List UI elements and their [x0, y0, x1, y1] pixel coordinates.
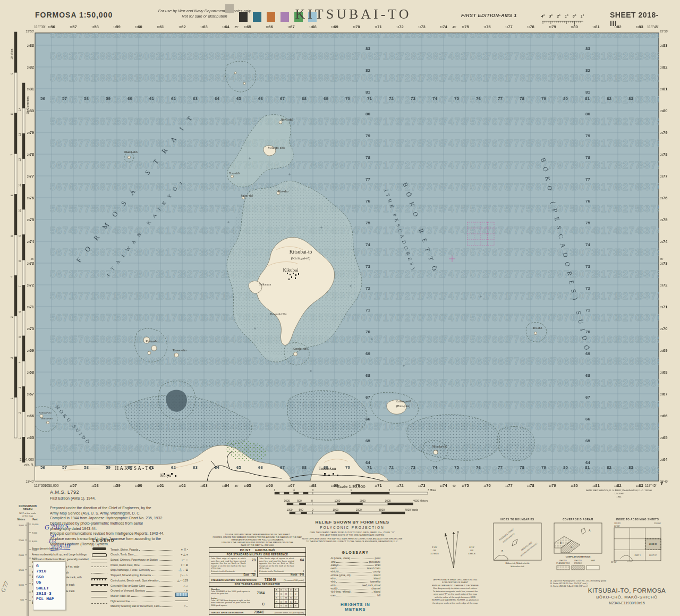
sticker-line: S50 [36, 575, 65, 580]
smgr-note: (To nearest 100 yards) [284, 579, 304, 581]
face-grid-figure: 76 [585, 199, 590, 204]
face-grid-figure: 66 [366, 417, 370, 421]
legend-item-symbol: ∗ ⊓ • [174, 548, 188, 551]
legend-item-symbol [89, 573, 109, 573]
legend-leader [151, 570, 173, 571]
place-name-label: Hakusenki-Shō [270, 313, 287, 315]
face-grid-figure: 71 [367, 96, 372, 101]
side-bar-segment [22, 285, 25, 311]
coverage-method-label: PLANIMETRIC [556, 562, 570, 564]
face-grid-figure: 64 [215, 465, 219, 470]
face-grid-figure: 64 [215, 96, 219, 101]
glossary: GLOSSARY -bi (-bana, -hana)point-chōpref… [330, 551, 380, 597]
face-grid-figure: 72 [389, 465, 394, 470]
letter-cell: V [279, 604, 284, 607]
side-bar-segment [14, 113, 17, 154]
margin-label: 40' [452, 26, 456, 29]
side-bar-segment [22, 209, 25, 235]
margin-grid-number: 2965 [660, 435, 667, 440]
place-name-label: Hishaku-shō [432, 445, 447, 448]
letter-cell: R [284, 600, 288, 603]
conversion-label: 1,500 [19, 569, 24, 571]
face-grid-figure: 80 [563, 465, 568, 470]
east-instruction: Take West edge of square in which point … [211, 558, 246, 569]
margin-grid-number: 1064 [222, 483, 230, 488]
face-grid-figure: 67 [280, 465, 285, 470]
legend-item-label: Generally Rice or Sugar Cane [110, 585, 145, 587]
title-block: KITSUBAI-TO, FORMOSA BŌKO-CHŌ, MAKŌ-SHIC… [582, 587, 672, 605]
face-grid-figure: 82 [585, 68, 590, 73]
margin-label: 35' [234, 26, 238, 29]
margin-grid-number: 2971 [660, 305, 667, 309]
margin-grid-number: 2970 [660, 326, 667, 331]
relief-line4: THE LAST THREE DIGITS OF THE GRID NUMBER… [293, 534, 411, 536]
place-name-label: Tora-shō [229, 172, 240, 175]
ams-number: A.M.S. L792 [50, 489, 220, 495]
adjoining-coord: 119°15' [614, 522, 621, 525]
letter-cell: I [288, 592, 293, 596]
scale-bar-tick: 1 [274, 488, 276, 492]
glossary-leader [336, 586, 361, 586]
scale-bar-segment [307, 512, 313, 514]
legend-item-symbol: △ ▫ ·129 [174, 579, 188, 582]
relief-notes: RELIEF SHOWN BY FORM LINES POLYCONIC PRO… [293, 520, 411, 543]
series-title: FORMOSA 1:50,000 [35, 11, 113, 19]
legend-item-label: Temple, Shrine, Pagoda [110, 549, 138, 551]
letter-cell: U [274, 604, 279, 607]
side-bar-number: 2 [10, 357, 13, 359]
grid-cell-number: 8374 [638, 225, 663, 236]
glossary-title: GLOSSARY [330, 551, 380, 554]
scale-bar-tick: 500 [299, 508, 304, 511]
scale-bar-segment [287, 503, 293, 505]
scale-bar-segment [300, 503, 306, 505]
margin-grid-number: 1063 [200, 483, 207, 488]
place-name-label: Taishakan [319, 466, 336, 471]
face-grid-figure: 75 [454, 96, 459, 101]
declination-value: 0°15' [469, 546, 474, 549]
margin-grid-number: 1078 [527, 24, 534, 29]
legend-item-symbol [89, 584, 109, 586]
side-bar-number: 1 [10, 398, 13, 399]
face-grid-figure: 79 [585, 133, 590, 138]
margin-label: 35' [234, 484, 238, 487]
conversion-label: 2,500 [19, 539, 24, 542]
face-grid-figure: 82 [607, 465, 611, 470]
side-bar-number: 2 [18, 412, 21, 414]
relief-line1: RELIEF SHOWN BY FORM LINES [293, 520, 411, 525]
scale-bar-segment [382, 512, 405, 514]
scale-bar-segment [284, 492, 289, 494]
boundaries-caption2: Hakusha-shō [493, 565, 542, 568]
smgr-label: STANDARD MILITARY GRID REFERENCE [211, 579, 257, 581]
face-grid-figure: 83 [628, 96, 633, 101]
face-grid-figure: 72 [585, 286, 590, 291]
edition-note: FIRST EDITION-AMS 1 [461, 13, 517, 18]
grid-cell-number: 8381 [638, 72, 663, 83]
letter-cell: P [274, 600, 279, 603]
conversion-label: 1,000 [19, 584, 24, 586]
margin-grid-number: 1071 [375, 24, 381, 29]
number-instruction: Take NUMBER of the 1000 yard square in w… [211, 590, 250, 595]
margin-grid-number: 1064 [222, 24, 230, 29]
legend-item-symbol [89, 597, 109, 597]
point-label: POINT [240, 549, 251, 552]
margin-grid-number: 1081 [592, 483, 599, 488]
face-grid-figure: 69 [366, 351, 370, 356]
glossary-term: -shichō [330, 570, 338, 573]
side-bar-number: 3 [18, 387, 21, 389]
side-bar-segment [22, 386, 25, 412]
adjoining-sheet-label: 2017 I [634, 554, 640, 556]
legend-item: Areas densely built up [32, 546, 110, 552]
glossary-definition: township [370, 580, 380, 583]
sym-outline-icon [92, 553, 107, 557]
sticker-line: G [36, 563, 65, 569]
tad-value: 7364C [254, 610, 264, 614]
scale-bar-segment [312, 512, 335, 514]
credit-line: Details revised by photo-planimetric met… [50, 521, 220, 526]
legend-item: Mud or Tidal Flat [110, 592, 188, 597]
grid-cell-number: 8375 [638, 203, 663, 214]
sticker-line: SHEET [36, 586, 65, 591]
side-bar-segment [14, 398, 17, 438]
glossary-definition: reef, rock, shoal [362, 584, 380, 587]
letter-value: C [262, 602, 265, 606]
color-swatch [239, 12, 248, 22]
